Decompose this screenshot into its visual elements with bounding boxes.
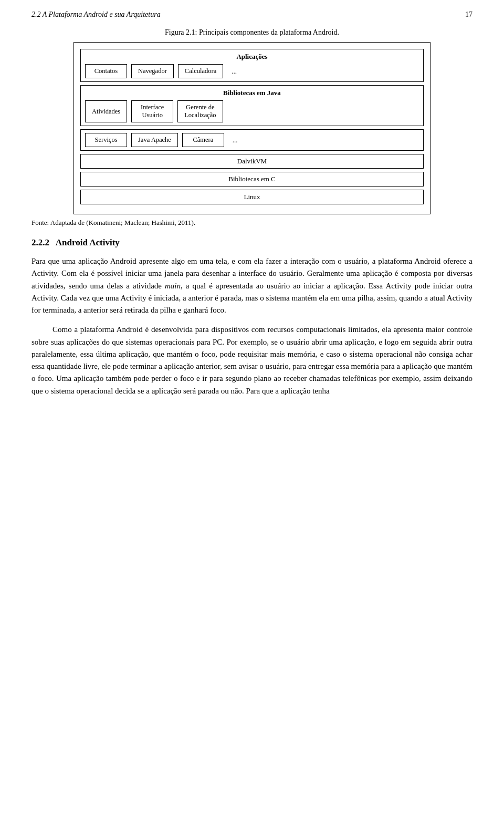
bibliotecas-java-layer: Bibliotecas em Java Atividades Interface…: [80, 85, 424, 126]
page-number: 17: [465, 11, 472, 19]
page-header: 2.2 A Plataforma Android e sua Arquitetu…: [32, 11, 472, 19]
box-gerente-localizacao: Gerente deLocalização: [177, 100, 223, 122]
box-camera: Câmera: [182, 133, 224, 147]
box-navegador: Navegador: [131, 64, 174, 78]
italic-main: main: [165, 282, 181, 290]
box-calculadora: Calculadora: [178, 64, 223, 78]
aplicacoes-title: Aplicações: [85, 53, 419, 61]
aplicacoes-ellipsis: ...: [227, 64, 241, 78]
bibliotecas-java-title: Bibliotecas em Java: [85, 89, 419, 97]
paragraph-2: Como a plataforma Android é desenvolvida…: [32, 324, 472, 397]
box-servicos: Serviços: [85, 133, 127, 147]
paragraph-1: Para que uma aplicação Android apresente…: [32, 255, 472, 316]
linux-layer: Linux: [80, 190, 424, 204]
box-contatos: Contatos: [85, 64, 127, 78]
servicos-ellipsis: ...: [228, 133, 242, 147]
servicos-layer: Serviços Java Apache Câmera ...: [80, 129, 424, 151]
figure-title: Figura 2.1: Principais componentes da pl…: [32, 28, 472, 37]
bibliotecas-java-boxes-row: Atividades InterfaceUsuário Gerente deLo…: [85, 100, 419, 122]
chapter-section-title: 2.2 A Plataforma Android e sua Arquitetu…: [32, 11, 161, 19]
section-heading: 2.2.2 Android Activity: [32, 237, 472, 248]
figure-caption: Fonte: Adaptada de (Komatineni; Maclean;…: [32, 219, 472, 227]
section-title: Android Activity: [56, 237, 120, 247]
box-interface-usuario: InterfaceUsuário: [131, 100, 173, 122]
dalvik-layer: DalvikVM: [80, 154, 424, 169]
bibliotecas-c-layer: Bibliotecas em C: [80, 172, 424, 187]
aplicacoes-layer: Aplicações Contatos Navegador Calculador…: [80, 49, 424, 82]
box-atividades: Atividades: [85, 100, 127, 122]
aplicacoes-boxes-row: Contatos Navegador Calculadora ...: [85, 64, 419, 78]
architecture-diagram: Aplicações Contatos Navegador Calculador…: [74, 42, 430, 214]
section-number: 2.2.2: [32, 237, 49, 247]
box-java-apache: Java Apache: [131, 133, 178, 147]
